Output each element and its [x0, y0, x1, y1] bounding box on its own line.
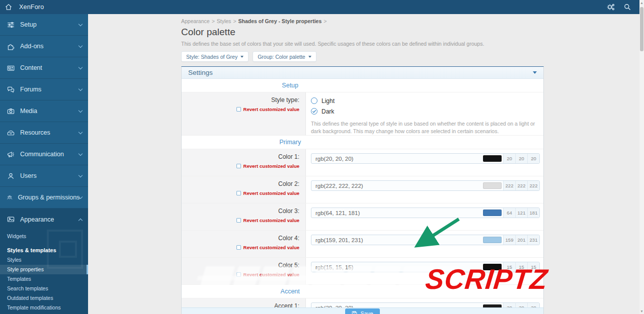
save-button[interactable]: Save [345, 308, 379, 314]
breadcrumb-styles[interactable]: Styles [217, 18, 231, 24]
color-swatch[interactable] [481, 262, 503, 272]
sidebar-item-templates[interactable]: Templates [0, 274, 88, 284]
color-swatch[interactable] [481, 235, 503, 245]
revert-control[interactable]: Revert customized value [182, 190, 299, 196]
sidebar-item-communication[interactable]: Communication [0, 144, 88, 165]
section-label: Setup [182, 82, 398, 89]
color-value-input[interactable]: rgb(159, 201, 231) [311, 235, 481, 245]
revert-checkbox[interactable] [236, 107, 241, 112]
sidebar-item-label: Media [20, 108, 79, 115]
collapse-caret-icon[interactable] [533, 71, 537, 74]
chevron-down-icon [78, 22, 83, 26]
style-type-row: Style type: Revert customized value Ligh… [182, 92, 543, 136]
filter-row: Style: Shades of Grey Group: Color palet… [181, 51, 544, 62]
color-swatch[interactable] [481, 181, 503, 190]
color-input-group: rgb(159, 201, 231) 159 201 231 [311, 235, 540, 245]
color-swatch[interactable] [481, 208, 503, 218]
revert-checkbox[interactable] [236, 245, 241, 250]
chevron-down-icon [78, 43, 83, 47]
sidebar-item-template-modifications[interactable]: Template modifications [0, 303, 88, 312]
revert-label: Revert customized value [244, 218, 299, 223]
color-b-value: 15 [527, 262, 539, 272]
color-value-input[interactable]: rgb(64, 121, 181) [311, 208, 481, 218]
revert-control[interactable]: Revert customized value [182, 272, 299, 277]
chevron-down-icon [78, 65, 83, 69]
breadcrumb-appearance[interactable]: Appearance [181, 18, 210, 24]
group-dropdown[interactable]: Group: Color palette [253, 51, 316, 62]
breadcrumb-current[interactable]: Shades of Grey - Style properties [238, 18, 322, 24]
user-icon [7, 172, 15, 180]
sidebar-item-styles[interactable]: Styles [0, 255, 88, 265]
sidebar-item-content[interactable]: Content [0, 57, 88, 79]
sidebar-item-setup[interactable]: Setup [0, 14, 88, 36]
color-g-value: 20 [515, 154, 527, 163]
chat-bubbles-icon [7, 85, 15, 94]
breadcrumb-separator: > [212, 18, 215, 24]
color-value-input[interactable]: rgb(222, 222, 222) [311, 181, 481, 190]
sidebar-item-label: Resources [20, 129, 79, 136]
revert-checkbox[interactable] [236, 191, 241, 195]
style-dropdown[interactable]: Style: Shades of Grey [181, 51, 249, 62]
radio-checked-icon[interactable] [311, 108, 317, 115]
vertical-scrollbar[interactable]: ▲ ▼ [639, 0, 644, 314]
revert-control[interactable]: Revert customized value [182, 218, 299, 223]
color-swatch[interactable] [481, 154, 503, 163]
radio-option-dark[interactable]: Dark [311, 106, 536, 117]
sidebar-item-media[interactable]: Media [0, 100, 88, 122]
revert-checkbox[interactable] [236, 272, 241, 277]
section-header-setup: Setup [182, 79, 543, 92]
color-g-value: 121 [515, 208, 527, 218]
sidebar-item-search-templates[interactable]: Search templates [0, 284, 88, 293]
color-r-value: 20 [503, 154, 515, 163]
chevron-down-icon [78, 173, 83, 177]
revert-checkbox[interactable] [236, 218, 241, 223]
sidebar-item-appearance[interactable]: Appearance [0, 208, 88, 230]
color-value-input[interactable]: rgb(15, 15, 15) [311, 262, 481, 272]
color-input-group: rgb(64, 121, 181) 64 121 181 [311, 207, 540, 218]
content-column: Appearance>Styles>Shades of Grey - Style… [181, 14, 544, 314]
sidebar-item-groups-permissions[interactable]: Groups & permissions [0, 187, 88, 208]
sidebar-item-styles-templates[interactable]: Styles & templates [0, 246, 88, 255]
field-help-text: This defines the general type of style i… [311, 120, 536, 135]
sidebar-item-add-ons[interactable]: Add-ons [0, 36, 88, 57]
sidebar-item-label: Groups & permissions [18, 194, 79, 201]
sidebar-item-widgets[interactable]: Widgets [0, 232, 88, 241]
label-column: Color 5: Revert customized value [182, 258, 306, 284]
gear-nodes-icon[interactable] [606, 3, 615, 12]
revert-control[interactable]: Revert customized value [182, 245, 299, 250]
field-label: Color 4: [182, 235, 299, 242]
revert-control[interactable]: Revert customized value [182, 163, 299, 169]
chevron-down-icon [308, 56, 311, 58]
settings-panel-header[interactable]: Settings [182, 67, 543, 79]
sidebar-item-outdated-templates[interactable]: Outdated templates [0, 293, 88, 303]
revert-checkbox[interactable] [236, 164, 241, 168]
scroll-up-arrow[interactable]: ▲ [639, 1, 644, 5]
color-input-group: rgb(15, 15, 15) 15 15 15 [311, 262, 540, 272]
field-label: Style type: [182, 96, 299, 103]
scroll-down-arrow[interactable]: ▼ [639, 309, 644, 313]
sidebar-item-forums[interactable]: Forums [0, 79, 88, 100]
color-r-value: 15 [503, 262, 515, 272]
sidebar-item-label: Setup [20, 21, 79, 28]
sidebar-item-resources[interactable]: Resources [0, 122, 88, 144]
color-value-input[interactable]: rgb(20, 20, 20) [311, 154, 481, 163]
color-row-1: Color 1: Revert customized value rgb(20,… [182, 149, 543, 176]
sidebar-section-appearance: Appearance Widgets Styles & templates St… [0, 208, 88, 314]
radio-unchecked-icon[interactable] [311, 97, 317, 104]
sidebar-item-label: Add-ons [20, 43, 79, 50]
sidebar-item-users[interactable]: Users [0, 165, 88, 187]
main-area: Appearance>Styles>Shades of Grey - Style… [88, 14, 644, 314]
revert-control[interactable]: Revert customized value [182, 107, 299, 112]
search-icon[interactable] [623, 3, 631, 11]
sidebar-item-label: Communication [20, 151, 79, 158]
page-title: Color palette [181, 27, 544, 38]
color-r-value: 222 [503, 181, 515, 190]
field-label: Color 1: [182, 153, 299, 160]
radio-option-light[interactable]: Light [311, 95, 536, 106]
scrollbar-thumb[interactable] [640, 7, 643, 51]
sidebar-item-style-properties[interactable]: Style properties [0, 265, 88, 274]
home-icon[interactable] [5, 3, 13, 11]
group-icon [7, 193, 13, 202]
brand-title[interactable]: XenForo [19, 4, 44, 11]
megaphone-icon [7, 150, 15, 159]
